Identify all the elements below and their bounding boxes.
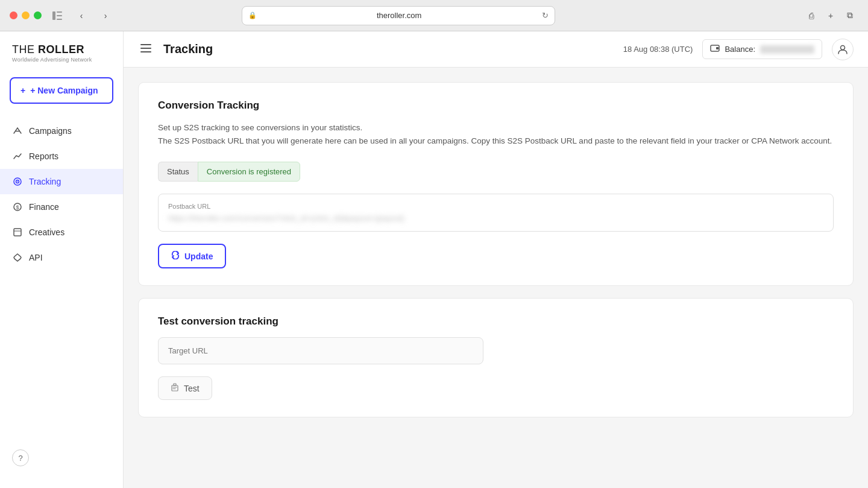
sidebar-item-campaigns[interactable]: Campaigns xyxy=(0,118,123,144)
logo-roller: ROLLER xyxy=(38,43,84,55)
back-button[interactable]: ‹ xyxy=(73,7,90,24)
datetime-display: 18 Aug 08:38 (UTC) xyxy=(623,45,693,54)
minimize-button[interactable] xyxy=(22,11,30,19)
plus-icon: + xyxy=(20,86,25,95)
sidebar-item-api[interactable]: API xyxy=(0,245,123,270)
update-label: Update xyxy=(184,252,213,261)
browser-chrome: ‹ › 🔒 theroller.com ↻ ⎙ + ⧉ xyxy=(0,0,868,31)
sidebar-nav: Campaigns Reports Tracki xyxy=(0,118,123,440)
update-button[interactable]: Update xyxy=(158,244,226,268)
main-content: Tracking 18 Aug 08:38 (UTC) Balance: xyxy=(124,31,868,488)
logo-text: THE ROLLER xyxy=(12,43,111,56)
test-label: Test xyxy=(184,384,200,393)
forward-button[interactable]: › xyxy=(97,7,114,24)
balance-area: Balance: xyxy=(702,39,822,59)
menu-toggle-button[interactable] xyxy=(138,42,154,57)
svg-rect-1 xyxy=(57,11,62,13)
test-conversion-title: Test conversion tracking xyxy=(158,315,834,328)
svg-text:$: $ xyxy=(16,204,19,211)
new-tab-button[interactable]: + xyxy=(822,7,839,24)
tracking-icon xyxy=(12,176,23,187)
sidebar-item-creatives[interactable]: Creatives xyxy=(0,220,123,245)
svg-point-16 xyxy=(841,45,845,49)
api-icon xyxy=(12,252,23,263)
balance-value xyxy=(760,45,814,54)
sidebar-item-reports[interactable]: Reports xyxy=(0,144,123,169)
tracking-label: Tracking xyxy=(29,177,61,186)
status-label: Status xyxy=(158,162,198,182)
balance-icon xyxy=(710,43,720,55)
svg-rect-13 xyxy=(140,51,151,52)
reports-label: Reports xyxy=(29,151,58,161)
status-row: Status Conversion is registered xyxy=(158,162,834,182)
svg-rect-3 xyxy=(57,19,62,20)
url-text: theroller.com xyxy=(260,11,538,20)
api-label: API xyxy=(29,253,43,262)
finance-icon: $ xyxy=(12,201,23,212)
postback-url-value: https://theroller.com/conversion?click_i… xyxy=(168,214,823,223)
header-right: 18 Aug 08:38 (UTC) Balance: xyxy=(623,39,854,60)
postback-url-field[interactable]: Postback URL https://theroller.com/conve… xyxy=(158,194,834,232)
conversion-tracking-title: Conversion Tracking xyxy=(158,100,834,112)
logo-the: THE xyxy=(12,43,38,55)
test-button[interactable]: Test xyxy=(158,376,212,400)
status-value: Conversion is registered xyxy=(198,162,300,182)
sidebar-item-finance[interactable]: $ Finance xyxy=(0,194,123,220)
postback-url-label: Postback URL xyxy=(168,203,823,210)
main-header: Tracking 18 Aug 08:38 (UTC) Balance: xyxy=(124,31,868,68)
logo: THE ROLLER Worldwide Advertising Network xyxy=(12,43,111,63)
address-bar[interactable]: 🔒 theroller.com ↻ xyxy=(242,6,555,25)
svg-rect-2 xyxy=(57,15,62,16)
reload-button[interactable]: ↻ xyxy=(542,11,549,20)
creatives-label: Creatives xyxy=(29,227,64,237)
svg-rect-11 xyxy=(140,44,151,45)
svg-rect-18 xyxy=(172,385,178,391)
svg-rect-0 xyxy=(52,11,55,20)
logo-area: THE ROLLER Worldwide Advertising Network xyxy=(0,43,123,77)
svg-point-6 xyxy=(17,181,18,182)
reports-icon xyxy=(12,151,23,162)
browser-actions: ⎙ + ⧉ xyxy=(803,7,858,24)
sidebar-bottom: ? xyxy=(0,440,123,476)
conversion-tracking-card: Conversion Tracking Set up S2S tracking … xyxy=(138,82,854,286)
tabs-overview-button[interactable]: ⧉ xyxy=(841,7,858,24)
svg-rect-9 xyxy=(14,229,21,236)
creatives-icon xyxy=(12,227,23,238)
sidebar-panel-toggle[interactable] xyxy=(49,7,66,24)
refresh-icon xyxy=(171,251,180,261)
traffic-lights xyxy=(10,11,42,19)
lock-icon: 🔒 xyxy=(248,11,257,19)
user-profile-button[interactable] xyxy=(832,39,854,60)
balance-label: Balance: xyxy=(725,45,755,54)
campaigns-icon xyxy=(12,125,23,136)
help-button[interactable]: ? xyxy=(12,449,29,466)
page-content: Conversion Tracking Set up S2S tracking … xyxy=(124,68,868,488)
test-conversion-card: Test conversion tracking Test xyxy=(138,298,854,417)
logo-subtitle: Worldwide Advertising Network xyxy=(12,57,111,63)
sidebar-item-tracking[interactable]: Tracking xyxy=(0,169,123,194)
svg-rect-15 xyxy=(716,47,719,49)
maximize-button[interactable] xyxy=(34,11,42,19)
target-url-input[interactable] xyxy=(158,337,483,364)
svg-rect-12 xyxy=(140,48,151,49)
app-container: THE ROLLER Worldwide Advertising Network… xyxy=(0,31,868,488)
campaigns-label: Campaigns xyxy=(29,126,72,136)
test-icon xyxy=(171,383,179,393)
close-button[interactable] xyxy=(10,11,17,19)
page-title: Tracking xyxy=(163,42,213,56)
sidebar: THE ROLLER Worldwide Advertising Network… xyxy=(0,31,124,488)
new-campaign-button[interactable]: + + New Campaign xyxy=(10,77,113,104)
share-button[interactable]: ⎙ xyxy=(803,7,820,24)
finance-label: Finance xyxy=(29,202,59,212)
conversion-tracking-description: Set up S2S tracking to see conversions i… xyxy=(158,121,834,147)
new-campaign-label: + New Campaign xyxy=(30,86,98,95)
